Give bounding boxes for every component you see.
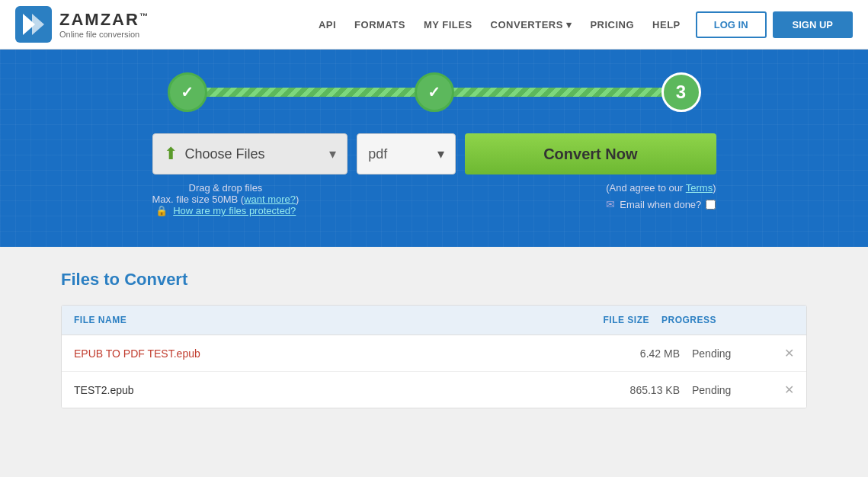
agree-text: (And agree to our Terms) bbox=[606, 182, 716, 194]
hero-section: ✓ ✓ 3 ⬆ Choose Files ▾ pdf ▾ Convert Now… bbox=[0, 50, 868, 247]
logo-subtitle: Online file conversion bbox=[59, 30, 149, 39]
table-header: FILE NAME FILE SIZE PROGRESS bbox=[62, 306, 806, 335]
nav-converters[interactable]: CONVERTERS ▾ bbox=[491, 19, 572, 30]
files-table: FILE NAME FILE SIZE PROGRESS EPUB TO PDF… bbox=[61, 305, 807, 408]
info-left: Drag & drop files Max. file size 50MB (w… bbox=[152, 182, 299, 216]
logo-title: ZAMZAR™ bbox=[59, 10, 149, 30]
signup-button[interactable]: SIGN UP bbox=[773, 11, 853, 38]
row-2-progress: Pending bbox=[680, 384, 771, 396]
want-more-link[interactable]: want more? bbox=[244, 194, 296, 205]
controls-row: ⬆ Choose Files ▾ pdf ▾ Convert Now bbox=[152, 133, 716, 174]
choose-files-dropdown-icon: ▾ bbox=[329, 146, 336, 162]
step-line-2 bbox=[453, 88, 663, 97]
col-filename-header: FILE NAME bbox=[74, 315, 565, 325]
table-row: EPUB TO PDF TEST.epub 6.42 MB Pending ✕ bbox=[62, 335, 806, 372]
logo-text: ZAMZAR™ Online file conversion bbox=[59, 10, 149, 39]
row-2-filename: TEST2.epub bbox=[74, 384, 596, 396]
lock-icon: 🔒 bbox=[155, 205, 168, 216]
info-right: (And agree to our Terms) ✉ Email when do… bbox=[606, 182, 716, 210]
row-1-progress: Pending bbox=[680, 347, 771, 360]
row-1-filename: EPUB TO PDF TEST.epub bbox=[74, 347, 596, 360]
email-row: ✉ Email when done? bbox=[606, 198, 716, 210]
nav-api[interactable]: API bbox=[319, 19, 336, 30]
zamzar-logo-icon bbox=[15, 6, 52, 43]
row-2-remove-button[interactable]: ✕ bbox=[771, 383, 794, 397]
row-2-filesize: 865.13 KB bbox=[596, 384, 680, 396]
row-1-filesize: 6.42 MB bbox=[596, 347, 680, 360]
nav-my-files[interactable]: MY FILES bbox=[424, 19, 472, 30]
login-button[interactable]: LOG IN bbox=[696, 11, 767, 38]
file-protection-link[interactable]: How are my files protected? bbox=[173, 205, 296, 216]
max-size-text: Max. file size 50MB (want more?) bbox=[152, 194, 299, 205]
table-row: TEST2.epub 865.13 KB Pending ✕ bbox=[62, 372, 806, 408]
step-3-circle: 3 bbox=[661, 72, 701, 112]
step-2-circle: ✓ bbox=[415, 72, 454, 112]
format-value: pdf bbox=[368, 146, 387, 162]
protection-text: 🔒 How are my files protected? bbox=[152, 205, 299, 216]
step-line-1 bbox=[206, 88, 416, 97]
converters-dropdown-icon: ▾ bbox=[566, 19, 572, 30]
nav-help[interactable]: HELP bbox=[652, 19, 681, 30]
files-section: Files to Convert FILE NAME FILE SIZE PRO… bbox=[0, 247, 868, 431]
col-progress-header: PROGRESS bbox=[649, 315, 771, 325]
step-1-circle: ✓ bbox=[168, 72, 207, 112]
format-dropdown-icon: ▾ bbox=[437, 146, 444, 162]
row-1-remove-button[interactable]: ✕ bbox=[771, 346, 794, 360]
choose-files-label: Choose Files bbox=[185, 146, 265, 162]
convert-now-button[interactable]: Convert Now bbox=[465, 133, 716, 174]
format-select[interactable]: pdf ▾ bbox=[357, 133, 456, 174]
header: ZAMZAR™ Online file conversion API FORMA… bbox=[0, 0, 868, 50]
choose-files-button[interactable]: ⬆ Choose Files ▾ bbox=[152, 133, 348, 174]
files-title-highlight: Convert bbox=[124, 270, 187, 289]
steps-row: ✓ ✓ 3 bbox=[168, 72, 701, 112]
col-filesize-header: FILE SIZE bbox=[565, 315, 649, 325]
terms-link[interactable]: Terms bbox=[686, 182, 713, 194]
upload-icon: ⬆ bbox=[164, 144, 178, 164]
nav-pricing[interactable]: PRICING bbox=[590, 19, 634, 30]
email-checkbox[interactable] bbox=[706, 200, 716, 210]
email-label: Email when done? bbox=[620, 199, 701, 210]
main-nav: API FORMATS MY FILES CONVERTERS ▾ PRICIN… bbox=[319, 19, 681, 30]
logo-area: ZAMZAR™ Online file conversion bbox=[15, 6, 149, 43]
drag-drop-text: Drag & drop files bbox=[152, 182, 299, 194]
files-title: Files to Convert bbox=[61, 270, 807, 290]
email-icon: ✉ bbox=[606, 198, 615, 210]
info-row: Drag & drop files Max. file size 50MB (w… bbox=[152, 182, 716, 216]
nav-formats[interactable]: FORMATS bbox=[354, 19, 405, 30]
